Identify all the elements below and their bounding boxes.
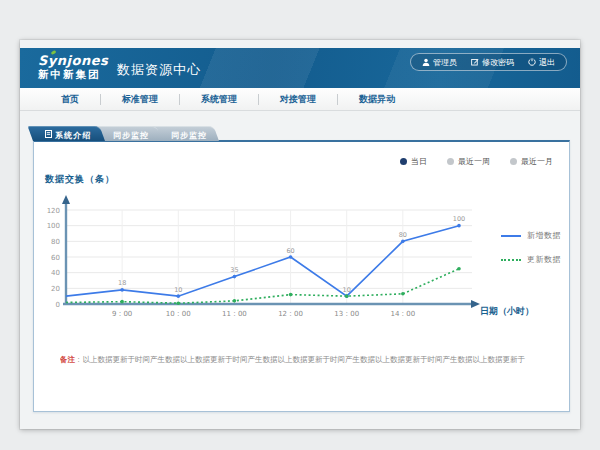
svg-text:11：00: 11：00 [222, 310, 247, 318]
legend-label: 新增数据 [527, 230, 561, 241]
svg-text:20: 20 [51, 285, 60, 293]
main-nav: 首页 标准管理 系统管理 对接管理 数据异动 [20, 88, 580, 111]
svg-text:80: 80 [399, 231, 407, 239]
nav-item-data-change[interactable]: 数据异动 [338, 93, 416, 106]
tab-system-intro[interactable]: 系统介绍 [33, 126, 105, 141]
radio-dot-icon [510, 158, 517, 165]
tab-sync-monitor-1[interactable]: 同步监控 [96, 126, 162, 141]
company-logo: Synjones 新中新集团 [38, 53, 108, 81]
nav-item-home[interactable]: 首页 [40, 93, 100, 106]
radio-dot-icon [447, 158, 454, 165]
svg-text:120: 120 [47, 207, 60, 215]
footnote-text: 以上数据更新于时间产生数据以上数据更新于时间产生数据以上数据更新于时间产生数据以… [83, 355, 526, 364]
svg-text:80: 80 [51, 238, 60, 246]
radio-today-label: 当日 [411, 156, 427, 167]
nav-item-standard-management[interactable]: 标准管理 [101, 93, 179, 106]
svg-text:35: 35 [230, 266, 238, 274]
radio-last-month[interactable]: 最近一月 [510, 156, 553, 167]
svg-text:10: 10 [343, 286, 351, 294]
svg-text:40: 40 [51, 269, 60, 277]
radio-last-week[interactable]: 最近一周 [447, 156, 490, 167]
power-icon [528, 58, 536, 66]
svg-text:60: 60 [51, 254, 60, 262]
svg-text:18: 18 [118, 279, 126, 287]
radio-dot-icon [400, 158, 407, 165]
y-axis-tick-labels: 020406080100120 [47, 207, 60, 309]
time-range-filter: 当日 最近一周 最近一月 [400, 156, 553, 167]
x-axis-title: 日期（小时） [480, 305, 534, 318]
admin-user-button[interactable]: 管理员 [422, 57, 457, 68]
legend-item-new-data[interactable]: 新增数据 [501, 230, 561, 241]
app-header: Synjones 新中新集团 数据资源中心 管理员 修改密码 [20, 48, 580, 88]
edit-icon [471, 58, 479, 66]
footnote: 备注：以上数据更新于时间产生数据以上数据更新于时间产生数据以上数据更新于时间产生… [60, 355, 560, 365]
svg-text:0: 0 [56, 301, 60, 309]
admin-user-label: 管理员 [433, 57, 457, 68]
solid-line-sample-icon [501, 235, 521, 237]
footnote-separator: ： [75, 355, 83, 364]
x-axis-tick-labels: 9：0010：0011：0012：0013：0014：00 [112, 310, 415, 318]
svg-text:10: 10 [174, 286, 182, 294]
user-toolbar: 管理员 修改密码 退出 [410, 53, 567, 71]
legend-item-update-data[interactable]: 更新数据 [501, 254, 561, 265]
svg-text:14：00: 14：00 [390, 310, 415, 318]
page-title: 数据资源中心 [117, 61, 201, 79]
screenshot-stage: Synjones 新中新集团 数据资源中心 管理员 修改密码 [0, 0, 600, 450]
nav-item-system-management[interactable]: 系统管理 [180, 93, 258, 106]
tab-label: 同步监控 [155, 128, 217, 143]
svg-text:100: 100 [453, 215, 465, 223]
y-axis-title: 数据交换（条） [45, 173, 115, 186]
app-window: Synjones 新中新集团 数据资源中心 管理员 修改密码 [20, 40, 580, 429]
legend-label: 更新数据 [527, 254, 561, 265]
radio-last-week-label: 最近一周 [458, 156, 490, 167]
svg-text:10：00: 10：00 [166, 310, 191, 318]
series-legend: 新增数据 更新数据 [501, 230, 561, 265]
svg-text:12：00: 12：00 [278, 310, 303, 318]
tab-label: 系统介绍 [55, 128, 91, 143]
document-icon [45, 128, 52, 143]
tab-bar: 系统介绍 同步监控 同步监控 [33, 126, 210, 141]
chart-panel: 当日 最近一周 最近一月 数据交换（条） 0204060801001209：00… [33, 140, 570, 412]
radio-last-month-label: 最近一月 [521, 156, 553, 167]
logo-subtext: 新中新集团 [38, 68, 108, 81]
svg-text:13：00: 13：00 [334, 310, 359, 318]
change-password-label: 修改密码 [482, 57, 514, 68]
logo-text: Synjones [38, 53, 108, 68]
logout-button[interactable]: 退出 [528, 57, 555, 68]
footnote-label: 备注 [60, 355, 75, 364]
tab-label: 同步监控 [99, 128, 159, 143]
radio-today[interactable]: 当日 [400, 156, 427, 167]
logout-label: 退出 [539, 57, 555, 68]
tab-sync-monitor-2[interactable]: 同步监控 [153, 126, 219, 141]
nav-item-interface-management[interactable]: 对接管理 [259, 93, 337, 106]
dotted-line-sample-icon [501, 259, 521, 261]
change-password-button[interactable]: 修改密码 [471, 57, 514, 68]
svg-text:100: 100 [47, 222, 60, 230]
svg-text:9：00: 9：00 [112, 310, 132, 318]
chart-axes [62, 195, 480, 308]
svg-text:60: 60 [286, 247, 294, 255]
user-icon [422, 58, 430, 66]
line-chart: 0204060801001209：0010：0011：0012：0013：001… [39, 194, 481, 327]
